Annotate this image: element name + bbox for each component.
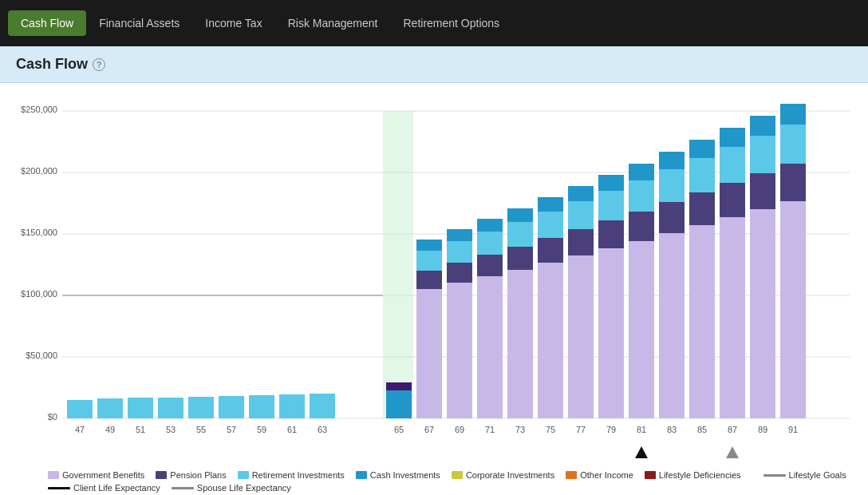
spouse-life-expectancy-swatch (172, 487, 194, 489)
svg-text:55: 55 (196, 425, 206, 434)
tab-retirement-options[interactable]: Retirement Options (390, 10, 512, 36)
svg-rect-58 (659, 233, 685, 418)
pension-plans-swatch (156, 471, 167, 479)
svg-text:$50,000: $50,000 (26, 350, 57, 360)
svg-text:87: 87 (728, 425, 737, 434)
svg-rect-64 (689, 158, 715, 192)
svg-rect-21 (249, 395, 274, 418)
svg-rect-19 (188, 397, 214, 418)
legend-label: Government Benefits (62, 470, 144, 480)
svg-text:$250,000: $250,000 (21, 105, 57, 114)
svg-rect-28 (416, 251, 442, 271)
tab-income-tax[interactable]: Income Tax (192, 10, 274, 36)
svg-text:91: 91 (788, 425, 798, 434)
svg-rect-50 (598, 248, 624, 418)
svg-text:81: 81 (637, 425, 646, 434)
svg-rect-68 (720, 147, 745, 183)
legend-lifestyle-goals: Lifestyle Goals (763, 470, 846, 480)
svg-rect-65 (689, 140, 715, 158)
svg-rect-42 (538, 263, 563, 418)
tab-financial-assets[interactable]: Financial Assets (86, 10, 192, 36)
legend-label: Other Income (580, 470, 633, 480)
legend-client-life-expectancy: Client Life Expectancy (48, 483, 160, 493)
svg-rect-52 (598, 191, 624, 220)
legend-label: Corporate Investments (466, 470, 554, 480)
svg-text:79: 79 (606, 425, 616, 434)
svg-rect-26 (416, 289, 442, 418)
svg-text:83: 83 (667, 425, 677, 434)
svg-rect-14 (383, 111, 413, 418)
svg-rect-62 (689, 225, 715, 418)
svg-rect-25 (386, 382, 412, 390)
svg-rect-22 (279, 394, 305, 418)
svg-rect-35 (477, 255, 503, 276)
svg-text:57: 57 (227, 425, 236, 434)
svg-rect-66 (720, 217, 745, 418)
svg-text:49: 49 (105, 425, 115, 434)
svg-text:89: 89 (758, 425, 767, 434)
lifestyle-deficiencies-swatch (645, 471, 656, 479)
svg-text:67: 67 (424, 425, 434, 434)
svg-text:69: 69 (455, 425, 464, 434)
legend-retirement-investments: Retirement Investments (238, 470, 345, 480)
svg-text:65: 65 (394, 425, 404, 434)
help-icon[interactable]: ? (93, 58, 105, 71)
svg-text:75: 75 (546, 425, 555, 434)
svg-rect-73 (750, 116, 775, 136)
svg-rect-76 (780, 125, 806, 164)
client-life-expectancy-swatch (48, 487, 70, 489)
other-income-swatch (566, 471, 577, 479)
legend-pension-plans: Pension Plans (156, 470, 226, 480)
page-header: Cash Flow ? (0, 46, 868, 83)
svg-rect-32 (447, 241, 472, 263)
tab-risk-management[interactable]: Risk Management (275, 10, 391, 36)
svg-rect-27 (416, 271, 442, 289)
legend-label: Cash Investments (370, 470, 440, 480)
svg-rect-59 (659, 202, 685, 233)
svg-rect-49 (568, 186, 594, 201)
legend-label: Retirement Investments (252, 470, 345, 480)
svg-rect-15 (67, 400, 93, 418)
svg-rect-54 (629, 241, 654, 418)
tab-cash-flow[interactable]: Cash Flow (8, 10, 86, 36)
svg-rect-17 (128, 398, 153, 418)
svg-text:77: 77 (576, 425, 586, 434)
cash-investments-swatch (356, 471, 367, 479)
chart-legend: Government Benefits Pension Plans Retire… (0, 465, 868, 495)
svg-rect-24 (386, 390, 412, 418)
svg-rect-45 (538, 197, 563, 212)
svg-rect-31 (447, 263, 472, 283)
legend-corporate-investments: Corporate Investments (452, 470, 554, 480)
svg-rect-56 (629, 180, 654, 212)
svg-rect-61 (659, 152, 685, 169)
svg-rect-48 (568, 201, 594, 229)
svg-rect-75 (780, 164, 806, 201)
svg-rect-77 (780, 104, 806, 125)
svg-rect-44 (538, 212, 563, 238)
svg-rect-60 (659, 169, 685, 202)
navigation: Cash Flow Financial Assets Income Tax Ri… (0, 0, 868, 46)
legend-label: Lifestyle Goals (789, 470, 846, 480)
svg-rect-37 (477, 219, 503, 232)
svg-text:51: 51 (136, 425, 145, 434)
svg-rect-43 (538, 238, 563, 263)
svg-rect-69 (720, 128, 745, 147)
legend-label: Lifestyle Deficiencies (659, 470, 741, 480)
svg-rect-72 (750, 136, 775, 173)
corporate-investments-swatch (452, 471, 463, 479)
svg-rect-47 (568, 229, 594, 255)
svg-rect-40 (507, 222, 533, 247)
legend-label: Client Life Expectancy (73, 483, 160, 493)
legend-spouse-life-expectancy: Spouse Life Expectancy (172, 483, 291, 493)
chart-area: $0 $50,000 $100,000 $150,000 $200,000 $2… (0, 83, 868, 465)
svg-rect-55 (629, 212, 654, 241)
svg-rect-63 (689, 192, 715, 225)
svg-text:71: 71 (485, 425, 495, 434)
svg-rect-74 (780, 201, 806, 418)
legend-government-benefits: Government Benefits (48, 470, 144, 480)
svg-text:$0: $0 (48, 412, 57, 422)
svg-text:61: 61 (287, 425, 297, 434)
legend-label: Pension Plans (170, 470, 226, 480)
svg-rect-36 (477, 232, 503, 255)
svg-rect-39 (507, 247, 533, 270)
